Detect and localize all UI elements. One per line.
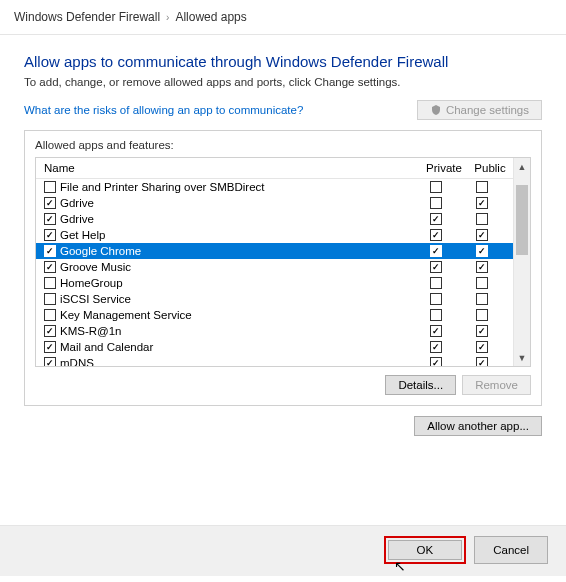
public-cell (459, 309, 505, 321)
column-name[interactable]: Name (36, 158, 421, 178)
public-checkbox[interactable] (476, 213, 488, 225)
public-cell (459, 197, 505, 209)
enabled-checkbox[interactable] (44, 245, 56, 257)
details-button[interactable]: Details... (385, 375, 456, 395)
public-checkbox[interactable] (476, 197, 488, 209)
table-row[interactable]: File and Printer Sharing over SMBDirect (36, 179, 513, 195)
allowed-apps-group: Allowed apps and features: Name Private … (24, 130, 542, 406)
table-row[interactable]: Mail and Calendar (36, 339, 513, 355)
scroll-down-icon[interactable]: ▼ (514, 349, 530, 366)
public-cell (459, 245, 505, 257)
private-cell (413, 309, 459, 321)
private-checkbox[interactable] (430, 293, 442, 305)
private-checkbox[interactable] (430, 261, 442, 273)
app-name: Key Management Service (60, 309, 413, 321)
list-header: Name Private Public (36, 158, 513, 179)
app-name: HomeGroup (60, 277, 413, 289)
change-settings-button[interactable]: Change settings (417, 100, 542, 120)
column-private[interactable]: Private (421, 158, 467, 178)
scroll-thumb[interactable] (516, 185, 528, 255)
dialog-footer: OK Cancel (0, 525, 566, 576)
public-checkbox[interactable] (476, 325, 488, 337)
private-checkbox[interactable] (430, 341, 442, 353)
table-row[interactable]: Gdrive (36, 211, 513, 227)
public-cell (459, 261, 505, 273)
public-checkbox[interactable] (476, 293, 488, 305)
app-name: File and Printer Sharing over SMBDirect (60, 181, 413, 193)
private-checkbox[interactable] (430, 309, 442, 321)
cancel-button[interactable]: Cancel (474, 536, 548, 564)
app-name: Google Chrome (60, 245, 413, 257)
private-checkbox[interactable] (430, 213, 442, 225)
table-row[interactable]: Get Help (36, 227, 513, 243)
app-name: Groove Music (60, 261, 413, 273)
table-row[interactable]: Gdrive (36, 195, 513, 211)
table-row[interactable]: mDNS (36, 355, 513, 366)
private-checkbox[interactable] (430, 277, 442, 289)
scroll-track[interactable] (514, 175, 530, 349)
enabled-checkbox[interactable] (44, 213, 56, 225)
ok-highlight: OK (384, 536, 467, 564)
column-public[interactable]: Public (467, 158, 513, 178)
table-row[interactable]: KMS-R@1n (36, 323, 513, 339)
breadcrumb-root[interactable]: Windows Defender Firewall (14, 10, 160, 24)
private-cell (413, 341, 459, 353)
apps-list[interactable]: Name Private Public File and Printer Sha… (35, 157, 531, 367)
app-name: Gdrive (60, 197, 413, 209)
remove-button[interactable]: Remove (462, 375, 531, 395)
table-row[interactable]: Key Management Service (36, 307, 513, 323)
public-cell (459, 293, 505, 305)
public-cell (459, 181, 505, 193)
public-checkbox[interactable] (476, 357, 488, 366)
enabled-checkbox[interactable] (44, 341, 56, 353)
private-checkbox[interactable] (430, 229, 442, 241)
enabled-checkbox[interactable] (44, 293, 56, 305)
scroll-up-icon[interactable]: ▲ (514, 158, 530, 175)
private-checkbox[interactable] (430, 181, 442, 193)
enabled-checkbox[interactable] (44, 277, 56, 289)
page-subtitle: To add, change, or remove allowed apps a… (24, 76, 542, 88)
table-row[interactable]: Groove Music (36, 259, 513, 275)
private-cell (413, 197, 459, 209)
public-checkbox[interactable] (476, 181, 488, 193)
enabled-checkbox[interactable] (44, 261, 56, 273)
private-checkbox[interactable] (430, 325, 442, 337)
private-checkbox[interactable] (430, 197, 442, 209)
public-checkbox[interactable] (476, 277, 488, 289)
public-checkbox[interactable] (476, 261, 488, 273)
private-cell (413, 277, 459, 289)
app-name: iSCSI Service (60, 293, 413, 305)
public-checkbox[interactable] (476, 245, 488, 257)
risks-link[interactable]: What are the risks of allowing an app to… (24, 104, 303, 116)
public-cell (459, 341, 505, 353)
enabled-checkbox[interactable] (44, 357, 56, 366)
enabled-checkbox[interactable] (44, 309, 56, 321)
app-name: Mail and Calendar (60, 341, 413, 353)
app-name: Get Help (60, 229, 413, 241)
public-checkbox[interactable] (476, 341, 488, 353)
private-checkbox[interactable] (430, 245, 442, 257)
enabled-checkbox[interactable] (44, 325, 56, 337)
change-settings-label: Change settings (446, 104, 529, 116)
breadcrumb: Windows Defender Firewall › Allowed apps (0, 0, 566, 34)
public-cell (459, 277, 505, 289)
enabled-checkbox[interactable] (44, 229, 56, 241)
public-cell (459, 325, 505, 337)
app-name: KMS-R@1n (60, 325, 413, 337)
table-row[interactable]: Google Chrome (36, 243, 513, 259)
table-row[interactable]: iSCSI Service (36, 291, 513, 307)
private-checkbox[interactable] (430, 357, 442, 366)
public-checkbox[interactable] (476, 229, 488, 241)
scrollbar[interactable]: ▲ ▼ (513, 158, 530, 366)
private-cell (413, 325, 459, 337)
group-label: Allowed apps and features: (35, 139, 531, 151)
chevron-right-icon: › (166, 12, 169, 23)
enabled-checkbox[interactable] (44, 181, 56, 193)
ok-button[interactable]: OK (388, 540, 463, 560)
private-cell (413, 229, 459, 241)
private-cell (413, 261, 459, 273)
public-checkbox[interactable] (476, 309, 488, 321)
allow-another-app-button[interactable]: Allow another app... (414, 416, 542, 436)
enabled-checkbox[interactable] (44, 197, 56, 209)
table-row[interactable]: HomeGroup (36, 275, 513, 291)
